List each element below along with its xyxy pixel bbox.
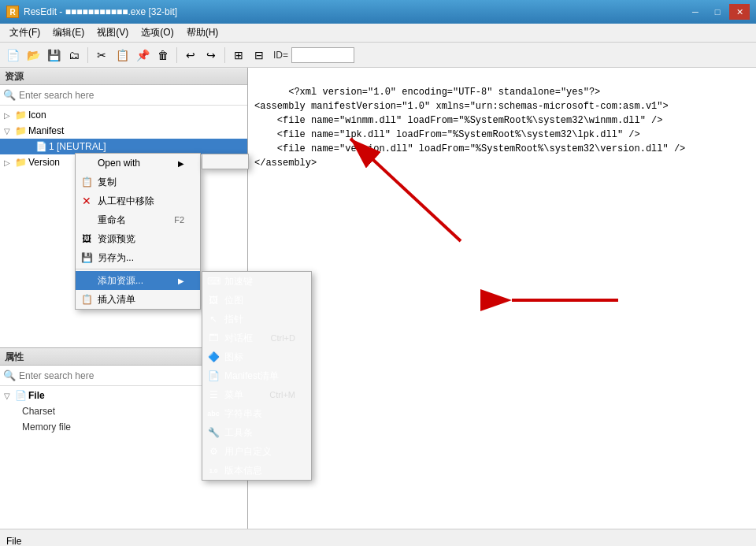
sub-icon-accelerator: ⌨ bbox=[207, 275, 220, 288]
sub-shortcut-dialog: Ctrl+D bbox=[271, 333, 295, 343]
sub-label-stringtable: 字符串表 bbox=[224, 407, 295, 421]
maximize-button[interactable]: □ bbox=[707, 4, 728, 20]
sub-label-dialog: 对话框 bbox=[224, 332, 255, 345]
sub-stringtable[interactable]: abc 字符串表 bbox=[202, 404, 311, 423]
sub-icon-dialog: 🗔 bbox=[207, 332, 220, 344]
tree-label-version: Version bbox=[28, 157, 60, 168]
sub-icon-version: 1.0 bbox=[207, 464, 220, 477]
undo-button[interactable]: ↩ bbox=[181, 46, 200, 65]
toolbar: 📄 📂 💾 🗂 ✂ 📋 📌 🗑 ↩ ↪ ⊞ ⊟ ID= bbox=[0, 43, 756, 68]
save-all-button[interactable]: 🗂 bbox=[65, 46, 83, 65]
sub-icon-toolbar: 🔧 bbox=[207, 426, 220, 439]
tree-item-manifest[interactable]: ▽ 📁 Manifest bbox=[0, 123, 247, 139]
sub-label-manifest: Manifest清单 bbox=[224, 370, 295, 383]
resource-view-button[interactable]: ⊞ bbox=[229, 46, 248, 65]
ctx-item-preview[interactable]: 🖼 资源预览 bbox=[76, 229, 200, 248]
ctx-icon-add-resource bbox=[80, 274, 93, 287]
sub-accelerator[interactable]: ⌨ 加速键 bbox=[202, 272, 311, 291]
ctx-item-copy[interactable]: 📋 复制 bbox=[76, 173, 200, 191]
tree-item-manifest-1[interactable]: 📄 1 [NEUTRAL] bbox=[0, 139, 247, 154]
code-line-5: <file name="version.dll" loadFrom="%Syst… bbox=[254, 143, 685, 154]
code-line-3: <file name="winmm.dll" loadFrom="%System… bbox=[254, 115, 662, 126]
cut-button[interactable]: ✂ bbox=[92, 46, 111, 65]
ctx-label-preview: 资源预览 bbox=[98, 232, 184, 246]
menu-file[interactable]: 文件(F) bbox=[3, 24, 46, 42]
copy-button[interactable]: 📋 bbox=[113, 46, 132, 65]
save-button[interactable]: 💾 bbox=[44, 46, 63, 65]
ctx-label-open-with: Open with bbox=[98, 158, 178, 169]
menu-bar: 文件(F) 编辑(E) 视图(V) 选项(O) 帮助(H) bbox=[0, 24, 756, 43]
code-line-4: <file name="lpk.dll" loadFrom="%SystemRo… bbox=[254, 129, 640, 140]
sub-icon-item[interactable]: 🔷 图标 bbox=[202, 347, 311, 366]
code-editor[interactable]: <?xml version="1.0" encoding="UTF-8" sta… bbox=[248, 68, 756, 529]
menu-help[interactable]: 帮助(H) bbox=[180, 24, 225, 42]
ctx-icon-saveas: 💾 bbox=[80, 251, 93, 264]
folder-icon-version: 📁 bbox=[14, 156, 27, 169]
delete-button[interactable]: 🗑 bbox=[154, 46, 172, 65]
sub-dialog[interactable]: 🗔 对话框 Ctrl+D bbox=[202, 329, 311, 347]
redo-button[interactable]: ↪ bbox=[202, 46, 220, 65]
folder-icon: 📁 bbox=[14, 109, 27, 121]
properties-search-icon: 🔍 bbox=[3, 370, 16, 381]
ctx-item-open-with[interactable]: Open with ▶ bbox=[76, 154, 200, 173]
resources-search-input[interactable] bbox=[19, 90, 244, 101]
sub-cursor[interactable]: ↖ 指针 bbox=[202, 310, 311, 329]
sub-version[interactable]: 1.0 版本信息 bbox=[202, 461, 311, 480]
tree-toggle-icon: ▷ bbox=[2, 111, 13, 120]
ctx-item-insert-list[interactable]: 📋 插入清单 bbox=[76, 290, 200, 309]
ctx-label-rename: 重命名 bbox=[98, 214, 158, 227]
sub-bitmap[interactable]: 🖼 位图 bbox=[202, 291, 311, 310]
sub-label-menu: 菜单 bbox=[224, 388, 254, 402]
sub-label-accelerator: 加速键 bbox=[224, 275, 295, 288]
sub-label-version: 版本信息 bbox=[224, 464, 295, 477]
sub-label-icon: 图标 bbox=[224, 351, 295, 364]
ctx-label-copy: 复制 bbox=[98, 176, 184, 189]
sub-label-cursor: 指针 bbox=[224, 313, 295, 326]
tree-label-icon: Icon bbox=[28, 110, 46, 121]
app-icon: R bbox=[6, 6, 19, 18]
menu-view[interactable]: 视图(V) bbox=[91, 24, 135, 42]
close-button[interactable]: ✕ bbox=[729, 4, 750, 20]
ctx-icon-insert-list: 📋 bbox=[80, 293, 93, 306]
id-input[interactable] bbox=[291, 47, 354, 63]
sub-icon-stringtable: abc bbox=[207, 407, 220, 420]
props-group-label-file: File bbox=[28, 390, 45, 401]
sub-manifest[interactable]: 📄 Manifest清单 bbox=[202, 366, 311, 385]
main-layout: 资源 🔍 ▷ 📁 Icon ▽ 📁 Manifest 📄 bbox=[0, 68, 756, 529]
props-group-toggle: ▽ bbox=[2, 392, 13, 400]
ctx-sep-1 bbox=[76, 269, 200, 269]
ctx-icon-preview: 🖼 bbox=[80, 232, 93, 245]
ctx-icon-remove: ✕ bbox=[80, 195, 93, 207]
sub-menu[interactable]: ☰ 菜单 Ctrl+M bbox=[202, 385, 311, 404]
minimize-button[interactable]: ─ bbox=[685, 4, 706, 20]
right-panel: <?xml version="1.0" encoding="UTF-8" sta… bbox=[248, 68, 756, 529]
ctx-arrow-open-with: ▶ bbox=[178, 159, 184, 168]
open-button[interactable]: 📂 bbox=[24, 46, 43, 65]
ctx-item-saveas[interactable]: 💾 另存为... bbox=[76, 248, 200, 267]
tree-item-icon[interactable]: ▷ 📁 Icon bbox=[0, 107, 247, 123]
paste-button[interactable]: 📌 bbox=[133, 46, 152, 65]
sub-custom[interactable]: ⚙ 用户自定义 bbox=[202, 442, 311, 461]
code-line-1: <?xml version="1.0" encoding="UTF-8" sta… bbox=[288, 87, 600, 98]
ctx-item-add-resource[interactable]: 添加资源... ▶ ⌨ 加速键 🖼 位图 ↖ bbox=[76, 271, 200, 290]
ctx-item-remove[interactable]: ✕ 从工程中移除 bbox=[76, 191, 200, 210]
tree-toggle-version: ▷ bbox=[2, 158, 13, 167]
sub-icon-menu: ☰ bbox=[207, 388, 220, 401]
menu-options[interactable]: 选项(O) bbox=[135, 24, 180, 42]
menu-edit[interactable]: 编辑(E) bbox=[46, 24, 91, 42]
open-with-submenu bbox=[202, 154, 249, 169]
ctx-icon-open-with bbox=[80, 157, 93, 169]
id-area: ID= bbox=[273, 47, 354, 63]
ctx-label-saveas: 另存为... bbox=[98, 251, 184, 265]
context-menu: Open with ▶ 📋 复制 ✕ 从工程中移除 重命名 F2 bbox=[75, 153, 201, 310]
tree-label-manifest-1: 1 [NEUTRAL] bbox=[49, 141, 106, 152]
ctx-item-rename[interactable]: 重命名 F2 bbox=[76, 210, 200, 229]
new-button[interactable]: 📄 bbox=[3, 46, 22, 65]
sub-icon-custom: ⚙ bbox=[207, 445, 220, 458]
toolbar-sep-2 bbox=[176, 47, 177, 63]
sub-label-bitmap: 位图 bbox=[224, 294, 295, 307]
bottom-label-bar: File bbox=[0, 529, 756, 546]
sub-icon-icon: 🔷 bbox=[207, 351, 220, 363]
grid-button[interactable]: ⊟ bbox=[250, 46, 269, 65]
sub-toolbar[interactable]: 🔧 工具条 bbox=[202, 423, 311, 442]
